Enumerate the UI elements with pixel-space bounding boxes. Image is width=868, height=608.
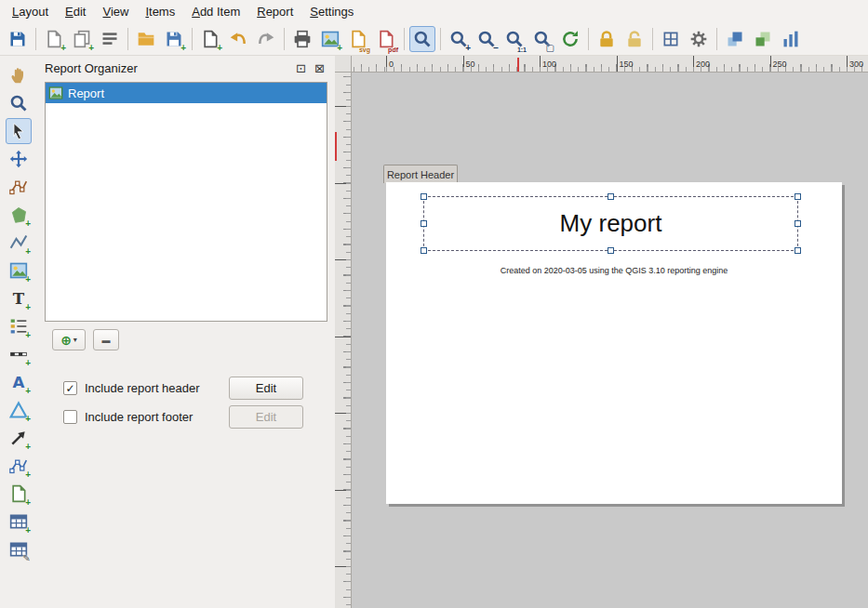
menu-settings[interactable]: Settings bbox=[301, 2, 362, 21]
selection-handle[interactable] bbox=[421, 220, 427, 227]
toolbar-separator bbox=[192, 28, 193, 50]
include-report-footer-checkbox[interactable]: ✓ bbox=[63, 410, 77, 424]
title-label-frame[interactable]: My report bbox=[423, 196, 798, 251]
add-shape-icon[interactable]: + bbox=[6, 397, 32, 423]
redo-icon[interactable] bbox=[253, 26, 279, 52]
edit-nodes-tool-icon[interactable] bbox=[6, 174, 32, 200]
pan-tool-icon[interactable] bbox=[6, 62, 32, 88]
toolbar-separator bbox=[404, 28, 405, 50]
add-polygon-icon[interactable]: + bbox=[6, 202, 32, 228]
add-page-icon[interactable]: + bbox=[197, 26, 223, 52]
toolbar-separator bbox=[652, 28, 653, 50]
menu-edit[interactable]: Edit bbox=[57, 2, 94, 21]
report-tree: Report bbox=[45, 82, 327, 322]
add-fixed-table-icon[interactable]: ✎ bbox=[6, 536, 32, 562]
selection-handle[interactable] bbox=[795, 247, 801, 254]
zoom-tool-left-icon[interactable] bbox=[6, 90, 32, 116]
add-node-item-icon[interactable]: + bbox=[6, 453, 32, 479]
header-option-row: ✓ Include report header Edit bbox=[63, 377, 335, 400]
raise-items-icon[interactable] bbox=[722, 26, 748, 52]
zoom-in-icon[interactable]: + bbox=[446, 26, 472, 52]
report-subtitle-text: Created on 2020-03-05 using the QGIS 3.1… bbox=[386, 266, 842, 275]
selection-handle[interactable] bbox=[608, 193, 614, 200]
add-html-icon[interactable]: + bbox=[6, 481, 32, 507]
resize-items-icon[interactable] bbox=[778, 26, 804, 52]
include-report-footer-label: Include report footer bbox=[85, 410, 193, 424]
layout-canvas[interactable]: Report Header My report Created on 2020-… bbox=[352, 73, 868, 608]
v-ruler-label: 50 bbox=[335, 259, 351, 260]
include-report-header-checkbox[interactable]: ✓ bbox=[63, 381, 77, 395]
undo-icon[interactable] bbox=[225, 26, 251, 52]
lower-items-icon[interactable] bbox=[750, 26, 776, 52]
report-organizer-panel: Report Organizer ⊡ ⊠ Report ⊕ ▾ ▬ ✓ Incl… bbox=[37, 56, 335, 608]
add-polyline-icon[interactable]: + bbox=[6, 230, 32, 256]
add-attribute-table-icon[interactable]: + bbox=[6, 509, 32, 535]
float-panel-icon[interactable]: ⊡ bbox=[293, 60, 309, 76]
unlock-items-icon[interactable] bbox=[621, 26, 648, 52]
add-legend-icon[interactable]: + bbox=[6, 313, 32, 339]
selection-handle[interactable] bbox=[421, 193, 427, 200]
v-ruler-label: 0 bbox=[335, 183, 351, 184]
v-ruler-cursor-marker bbox=[335, 132, 337, 161]
move-content-tool-icon[interactable] bbox=[6, 146, 32, 172]
h-ruler-cursor-marker bbox=[517, 58, 519, 72]
add-section-button[interactable]: ⊕ ▾ bbox=[52, 329, 86, 350]
toolbar-separator bbox=[284, 28, 285, 50]
panel-title-bar: Report Organizer ⊡ ⊠ bbox=[37, 56, 335, 80]
selection-handle[interactable] bbox=[795, 193, 801, 200]
refresh-icon[interactable] bbox=[557, 26, 583, 52]
toolbar-separator bbox=[588, 28, 589, 50]
save-project-icon[interactable] bbox=[5, 26, 31, 52]
tree-item-label: Report bbox=[68, 86, 104, 100]
select-move-tool-icon[interactable] bbox=[6, 118, 32, 144]
zoom-actual-icon[interactable]: 1:1 bbox=[501, 26, 527, 52]
layout-manager-icon[interactable] bbox=[97, 26, 123, 52]
v-ruler-label: 250 bbox=[335, 566, 351, 567]
menu-view[interactable]: View bbox=[94, 2, 137, 21]
chevron-down-icon: ▾ bbox=[73, 336, 77, 344]
add-scalebar-icon[interactable]: + bbox=[6, 341, 32, 367]
menu-report[interactable]: Report bbox=[248, 2, 301, 21]
save-layout-icon[interactable]: + bbox=[161, 26, 187, 52]
add-label-icon[interactable]: + bbox=[6, 285, 32, 311]
open-layout-icon[interactable] bbox=[133, 26, 159, 52]
remove-section-button[interactable]: ▬ bbox=[93, 329, 119, 350]
h-ruler-label: 250 bbox=[770, 56, 787, 72]
export-svg-icon[interactable]: svg bbox=[345, 26, 371, 52]
menu-layout[interactable]: Layout bbox=[4, 2, 57, 21]
add-picture-icon[interactable]: + bbox=[6, 258, 32, 284]
tree-item-report[interactable]: Report bbox=[46, 83, 327, 103]
selection-handle[interactable] bbox=[608, 247, 614, 254]
zoom-out-icon[interactable]: − bbox=[474, 26, 500, 52]
add-north-arrow-icon[interactable]: + bbox=[6, 369, 32, 395]
close-panel-icon[interactable]: ⊠ bbox=[312, 60, 327, 76]
print-icon[interactable] bbox=[289, 26, 315, 52]
selection-handle[interactable] bbox=[795, 220, 801, 227]
report-title-text: My report bbox=[560, 209, 662, 238]
toolbar-separator bbox=[440, 28, 441, 50]
duplicate-layout-icon[interactable]: + bbox=[69, 26, 95, 52]
menu-add-item[interactable]: Add Item bbox=[183, 2, 248, 21]
selection-handle[interactable] bbox=[421, 247, 427, 254]
zoom-full-icon[interactable]: ▢ bbox=[529, 26, 555, 52]
report-options: ✓ Include report header Edit ✓ Include r… bbox=[63, 377, 335, 434]
lock-items-icon[interactable] bbox=[594, 26, 620, 52]
report-page[interactable]: My report Created on 2020-03-05 using th… bbox=[386, 182, 842, 504]
main-toolbar: +++++svgpdf+−1:1▢ bbox=[0, 22, 868, 56]
edit-header-button[interactable]: Edit bbox=[229, 377, 303, 400]
new-layout-icon[interactable]: + bbox=[41, 26, 67, 52]
export-image-icon[interactable]: + bbox=[317, 26, 343, 52]
h-ruler-label: 100 bbox=[540, 56, 556, 72]
export-pdf-icon[interactable]: pdf bbox=[373, 26, 399, 52]
h-ruler-label: 0 bbox=[386, 56, 394, 72]
menu-items[interactable]: Items bbox=[137, 2, 183, 21]
v-ruler-label: 150 bbox=[335, 413, 351, 414]
add-arrow-icon[interactable]: + bbox=[6, 425, 32, 451]
v-ruler-label: 200 bbox=[335, 490, 351, 491]
zoom-tool-icon[interactable] bbox=[409, 26, 435, 52]
toolbar-separator bbox=[716, 28, 717, 50]
snap-settings-icon[interactable] bbox=[686, 26, 712, 52]
report-header-tab-label: Report Header bbox=[387, 169, 454, 180]
edit-footer-button[interactable]: Edit bbox=[229, 405, 303, 429]
group-items-icon[interactable] bbox=[658, 26, 684, 52]
